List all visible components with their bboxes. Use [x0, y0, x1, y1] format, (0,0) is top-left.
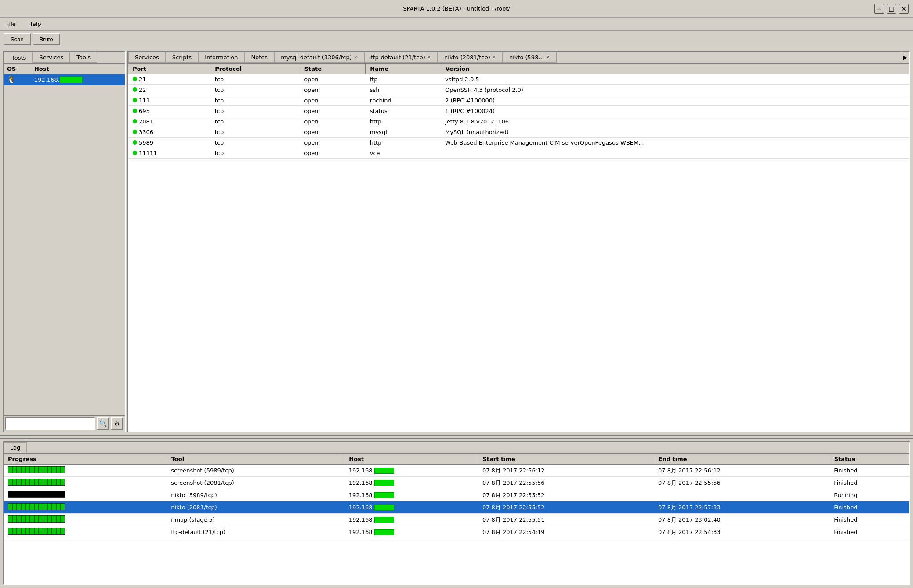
log-end-time: 07 8月 2017 22:56:12 [654, 465, 830, 477]
service-version: 2 (RPC #100000) [441, 95, 909, 106]
service-row[interactable]: 21 tcp open ftp vsftpd 2.0.5 [128, 74, 909, 85]
log-row[interactable]: nmap (stage 5) 192.168. 07 8月 2017 22:55… [4, 514, 909, 526]
log-start-time: 07 8月 2017 22:56:12 [478, 465, 654, 477]
scan-button[interactable]: Scan [4, 33, 31, 45]
host-search-bar: 🔍 ⚙ [4, 415, 125, 432]
log-host: 192.168. [344, 514, 478, 526]
log-status: Finished [830, 477, 909, 489]
log-host: 192.168. [344, 477, 478, 489]
service-state: open [300, 116, 366, 127]
service-state: open [300, 74, 366, 85]
host-address: 192.168. [31, 74, 125, 86]
log-content[interactable]: Progress Tool Host Start time End time S… [4, 454, 909, 584]
log-tool: nmap (stage 5) [167, 514, 344, 526]
brute-button[interactable]: Brute [33, 33, 60, 45]
host-search-input[interactable] [5, 417, 95, 430]
tab-services-left[interactable]: Services [33, 52, 70, 63]
close-button[interactable]: ✕ [899, 4, 909, 14]
service-row[interactable]: 5989 tcp open http Web-Based Enterprise … [128, 138, 909, 148]
log-row[interactable]: nikto (5989/tcp) 192.168. 07 8月 2017 22:… [4, 489, 909, 501]
menubar: File Help [0, 18, 913, 31]
service-protocol: tcp [210, 116, 300, 127]
service-row[interactable]: 22 tcp open ssh OpenSSH 4.3 (protocol 2.… [128, 85, 909, 95]
service-row[interactable]: 695 tcp open status 1 (RPC #100024) [128, 106, 909, 116]
service-state: open [300, 148, 366, 159]
col-port: Port [128, 64, 210, 74]
left-tabs: Hosts Services Tools [4, 52, 125, 64]
service-version: OpenSSH 4.3 (protocol 2.0) [441, 85, 909, 95]
service-name: rpcbind [366, 95, 441, 106]
close-nikto5989-tab[interactable]: ✕ [546, 54, 550, 60]
tab-scripts[interactable]: Scripts [166, 52, 198, 63]
service-port: 695 [128, 106, 210, 116]
pane-divider[interactable] [0, 435, 913, 439]
tab-hosts[interactable]: Hosts [4, 52, 33, 63]
service-name: ftp [366, 74, 441, 85]
log-end-time [654, 489, 830, 501]
log-row[interactable]: screenshot (2081/tcp) 192.168. 07 8月 201… [4, 477, 909, 489]
close-nikto2081-tab[interactable]: ✕ [492, 54, 496, 60]
log-host: 192.168. [344, 465, 478, 477]
window-title: SPARTA 1.0.2 (BETA) - untitled - /root/ [403, 5, 510, 12]
log-end-time: 07 8月 2017 22:57:33 [654, 501, 830, 514]
service-protocol: tcp [210, 74, 300, 85]
col-host: Host [344, 454, 478, 465]
service-port: 2081 [128, 116, 210, 127]
tab-mysql-default[interactable]: mysql-default (3306/tcp) ✕ [274, 52, 364, 63]
tab-nikto-5989[interactable]: nikto (598… ✕ [503, 52, 557, 63]
tab-tools[interactable]: Tools [70, 52, 97, 63]
service-name: status [366, 106, 441, 116]
minimize-button[interactable]: − [874, 4, 884, 14]
service-port: 5989 [128, 138, 210, 148]
tab-information[interactable]: Information [198, 52, 244, 63]
close-ftp-tab[interactable]: ✕ [427, 54, 431, 60]
log-row[interactable]: screenshot (5989/tcp) 192.168. 07 8月 201… [4, 465, 909, 477]
tab-notes[interactable]: Notes [245, 52, 275, 63]
tab-ftp-default[interactable]: ftp-default (21/tcp) ✕ [364, 52, 438, 63]
service-port: 22 [128, 85, 210, 95]
log-host: 192.168. [344, 489, 478, 501]
log-row[interactable]: ftp-default (21/tcp) 192.168. 07 8月 2017… [4, 526, 909, 538]
service-protocol: tcp [210, 95, 300, 106]
log-tool: screenshot (2081/tcp) [167, 477, 344, 489]
menu-help[interactable]: Help [25, 20, 44, 28]
service-version [441, 148, 909, 159]
service-row[interactable]: 11111 tcp open vce [128, 148, 909, 159]
service-version: 1 (RPC #100024) [441, 106, 909, 116]
right-panel: Services Scripts Information Notes mysql… [127, 51, 910, 432]
log-tool: nikto (5989/tcp) [167, 489, 344, 501]
maximize-button[interactable]: □ [887, 4, 896, 14]
service-row[interactable]: 3306 tcp open mysql MySQL (unauthorized) [128, 127, 909, 138]
log-row[interactable]: nikto (2081/tcp) 192.168. 07 8月 2017 22:… [4, 501, 909, 514]
menu-file[interactable]: File [4, 20, 18, 28]
host-row[interactable]: 🐧 192.168. [4, 74, 125, 86]
log-status: Finished [830, 514, 909, 526]
service-state: open [300, 138, 366, 148]
log-panel: Log Progress Tool Host Start time End ti… [3, 441, 910, 585]
service-version: Web-Based Enterprise Management CIM serv… [441, 138, 909, 148]
host-settings-button[interactable]: ⚙ [111, 417, 123, 430]
log-start-time: 07 8月 2017 22:55:51 [478, 514, 654, 526]
log-host: 192.168. [344, 526, 478, 538]
service-name: mysql [366, 127, 441, 138]
col-state: State [300, 64, 366, 74]
col-protocol: Protocol [210, 64, 300, 74]
log-host: 192.168. [344, 501, 478, 514]
host-search-button[interactable]: 🔍 [97, 417, 109, 430]
service-version: vsftpd 2.0.5 [441, 74, 909, 85]
service-state: open [300, 95, 366, 106]
service-row[interactable]: 2081 tcp open http Jetty 8.1.8.v20121106 [128, 116, 909, 127]
service-row[interactable]: 111 tcp open rpcbind 2 (RPC #100000) [128, 95, 909, 106]
hosts-table: OS Host 🐧 192.168. [4, 64, 125, 415]
tab-nikto-2081[interactable]: nikto (2081/tcp) ✕ [438, 52, 503, 63]
close-mysql-tab[interactable]: ✕ [354, 54, 358, 60]
col-start-time: Start time [478, 454, 654, 465]
tab-log[interactable]: Log [4, 442, 27, 453]
log-end-time: 07 8月 2017 22:54:33 [654, 526, 830, 538]
top-pane: Hosts Services Tools OS Host 🐧 192.168. [0, 48, 913, 435]
log-progress [4, 526, 167, 538]
service-protocol: tcp [210, 106, 300, 116]
tab-services[interactable]: Services [128, 52, 166, 63]
services-content[interactable]: Port Protocol State Name Version 21 tcp … [128, 64, 909, 432]
tabs-scroll-right[interactable]: ▶ [901, 52, 909, 63]
